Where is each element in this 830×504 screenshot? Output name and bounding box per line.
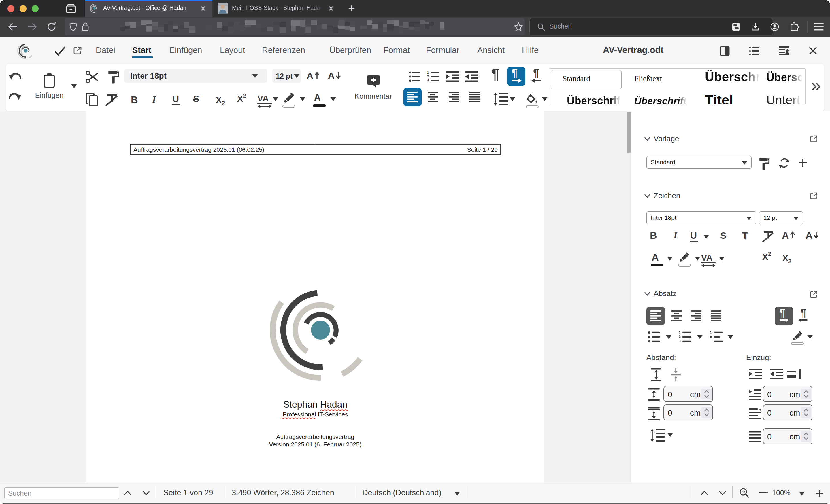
svg-text:1: 1 <box>710 331 712 335</box>
svg-text:3: 3 <box>679 339 681 343</box>
svg-text:2: 2 <box>679 335 681 339</box>
svg-text:3: 3 <box>427 78 429 82</box>
svg-text:1: 1 <box>679 331 681 335</box>
svg-text:1: 1 <box>427 71 429 74</box>
svg-text:2: 2 <box>427 75 429 78</box>
